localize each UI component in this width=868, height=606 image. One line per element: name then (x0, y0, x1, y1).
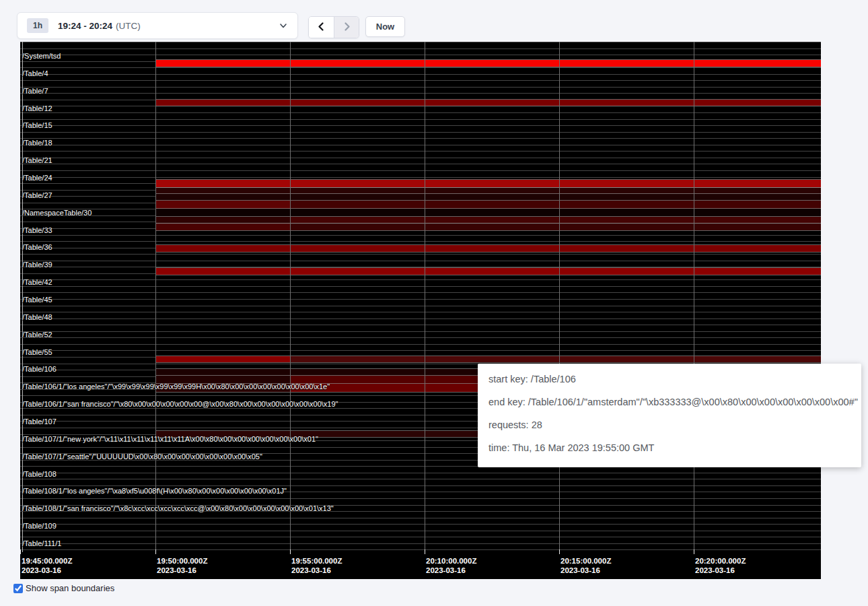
span-boundary-line (20, 48, 821, 49)
row-label: /Table/107 (22, 417, 57, 426)
row-label: /Table/106/1/"los angeles"/"\x99\x99\x99… (22, 382, 330, 391)
prev-time-button[interactable] (309, 17, 334, 38)
span-boundary-line (20, 331, 821, 332)
axis-tick (290, 549, 291, 554)
axis-tick (155, 549, 156, 554)
row-label: /System/tsd (22, 51, 61, 61)
row-label: /Table/21 (22, 156, 52, 165)
heat-band (155, 245, 821, 252)
row-label: /Table/48 (22, 312, 52, 322)
span-boundary-line (20, 254, 821, 255)
heat-band (155, 268, 821, 275)
vertical-gridline (559, 42, 560, 552)
span-boundary-line (20, 42, 821, 42)
span-boundary-line (20, 350, 821, 351)
span-boundary-line (20, 279, 821, 280)
row-label: /Table/107/1/"seattle"/"UUUUUUD\x00\x80\… (22, 452, 262, 461)
row-label: /Table/108 (22, 469, 57, 479)
span-boundary-line (20, 286, 821, 287)
span-boundary-line (20, 479, 821, 479)
span-boundary-line (20, 151, 821, 152)
checkbox-label: Show span boundaries (26, 583, 114, 593)
row-label: /Table/24 (22, 173, 52, 182)
row-label: /Table/55 (22, 347, 52, 357)
axis-tick (425, 549, 425, 554)
vertical-gridline (290, 42, 291, 552)
span-boundary-line (20, 267, 821, 267)
tooltip-line: time: Thu, 16 Mar 2023 19:55:00 GMT (489, 441, 851, 455)
row-label: /NamespaceTable/30 (22, 208, 92, 217)
range-duration-badge: 1h (27, 18, 48, 33)
vertical-gridline (425, 42, 425, 552)
heat-band (155, 224, 290, 230)
span-boundary-line (20, 312, 821, 312)
heat-band (155, 201, 290, 209)
tooltip-line: requests: 28 (489, 418, 851, 432)
heat-band (155, 180, 821, 187)
hover-tooltip: start key: /Table/106end key: /Table/106… (478, 364, 861, 467)
heat-band (155, 209, 821, 217)
span-boundary-line (20, 177, 821, 178)
span-boundary-line (20, 518, 821, 518)
next-time-button[interactable] (334, 17, 359, 38)
span-boundaries-toggle: Show span boundaries (13, 583, 114, 593)
row-label: /Table/111/1 (22, 539, 61, 548)
axis-tick (694, 549, 694, 554)
span-boundary-line (20, 125, 821, 126)
heat-band (155, 60, 821, 67)
span-boundary-line (20, 531, 821, 531)
span-boundary-line (20, 498, 821, 499)
vertical-gridline (694, 42, 694, 552)
span-boundary-line (20, 344, 821, 345)
row-label: /Table/12 (22, 104, 52, 113)
row-label: /Table/33 (22, 226, 52, 235)
toolbar: 1h 19:24 - 20:24 (UTC) Now (0, 0, 868, 42)
span-boundary-line (20, 55, 821, 55)
span-boundary-line (20, 261, 821, 261)
tooltip-line: end key: /Table/106/1/"amsterdam"/"\xb33… (489, 395, 851, 409)
heat-band (155, 356, 290, 362)
heat-band (290, 224, 821, 230)
span-boundary-line (20, 158, 821, 158)
span-boundary-line (20, 93, 821, 94)
heat-band (155, 188, 821, 194)
chevron-left-icon (316, 22, 326, 34)
row-label: /Table/107/1/"new york"/"\x11\x11\x11\x1… (22, 434, 318, 444)
span-boundary-line (20, 112, 821, 113)
span-boundary-line (20, 87, 821, 88)
row-label: /Table/36 (22, 242, 52, 252)
x-axis-label: 20:10:00.000Z2023-03-16 (426, 556, 476, 575)
span-boundary-line (20, 299, 821, 300)
key-visualizer-chart[interactable]: /System/tsd/Table/4/Table/7/Table/12/Tab… (20, 42, 821, 579)
span-boundary-line (20, 306, 821, 306)
time-nav-group (308, 16, 359, 38)
span-boundary-line (20, 235, 821, 236)
span-boundary-line (20, 473, 821, 473)
span-boundary-line (20, 524, 821, 525)
span-boundary-line (20, 543, 821, 544)
axis-tick (20, 549, 21, 554)
heat-band (290, 356, 821, 362)
heat-band (290, 217, 821, 223)
row-label: /Table/106 (22, 364, 57, 374)
span-boundary-line (20, 170, 821, 171)
range-text: 19:24 - 20:24 (58, 21, 112, 31)
row-label: /Table/45 (22, 295, 52, 304)
chevron-down-icon (279, 21, 288, 30)
row-label: /Table/52 (22, 330, 52, 339)
span-boundary-line (20, 132, 821, 133)
row-label: /Table/39 (22, 260, 52, 269)
now-button[interactable]: Now (365, 16, 405, 37)
x-axis-label: 19:45:00.000Z2023-03-16 (22, 556, 72, 575)
row-label: /Table/4 (22, 69, 48, 78)
row-label: /Table/106/1/"san francisco"/"\x80\x00\x… (22, 399, 338, 409)
x-axis-label: 19:55:00.000Z2023-03-16 (291, 556, 342, 575)
time-range-select[interactable]: 1h 19:24 - 20:24 (UTC) (17, 12, 298, 39)
span-boundary-line (20, 164, 821, 164)
row-label: /Table/108/1/"san francisco"/"\x8c\xcc\x… (22, 504, 334, 513)
axis-tick (559, 549, 560, 554)
row-label: /Table/18 (22, 138, 52, 147)
span-boundary-line (20, 549, 821, 550)
span-boundary-line (20, 337, 821, 338)
show-span-boundaries-checkbox[interactable] (13, 584, 23, 593)
